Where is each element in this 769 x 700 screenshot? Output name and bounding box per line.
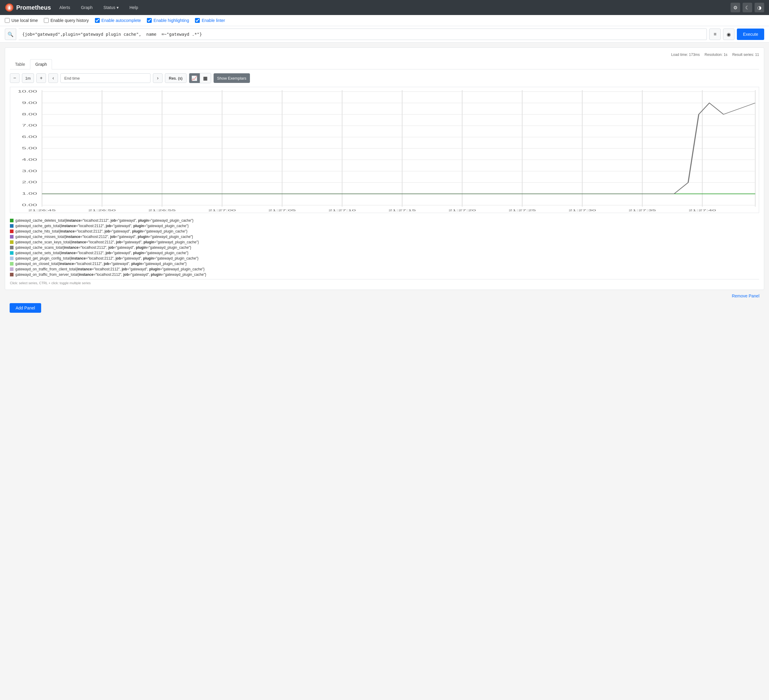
svg-text:21:27:35: 21:27:35 — [628, 209, 656, 212]
legend-color-5 — [10, 246, 13, 249]
prometheus-logo — [5, 3, 14, 12]
range-plus-btn[interactable]: + — [36, 73, 46, 83]
svg-rect-55 — [10, 235, 13, 238]
resolution: Resolution: 1s — [705, 53, 727, 57]
legend-color-0 — [10, 219, 13, 222]
main-content: Load time: 173ms Resolution: 1s Result s… — [0, 43, 769, 322]
svg-rect-56 — [10, 240, 13, 244]
add-panel-btn[interactable]: Add Panel — [10, 303, 41, 313]
format-query-btn[interactable]: ≡ — [709, 29, 721, 40]
execute-button[interactable]: Execute — [737, 29, 764, 40]
svg-text:21:27:05: 21:27:05 — [268, 209, 296, 212]
nav-alerts[interactable]: Alerts — [57, 4, 73, 11]
tab-table[interactable]: Table — [10, 59, 30, 69]
line-chart-btn[interactable]: 📈 — [189, 73, 200, 83]
legend-item-3[interactable]: gatewayd_cache_misses_total{instance="lo… — [10, 234, 759, 240]
time-next-btn[interactable]: › — [153, 73, 162, 83]
resolution-btn[interactable]: Res. (s) — [165, 73, 187, 83]
brand-link[interactable]: Prometheus — [5, 3, 51, 12]
legend-item-1[interactable]: gatewayd_cache_gets_total{instance="loca… — [10, 223, 759, 229]
nav-status-dropdown[interactable]: Status ▾ — [101, 4, 121, 11]
load-time: Load time: 173ms — [671, 53, 700, 57]
svg-text:21:26:50: 21:26:50 — [88, 209, 116, 212]
legend-color-10 — [10, 273, 13, 277]
highlighting-checkbox[interactable] — [147, 18, 152, 23]
query-bar: 🔍 ≡ ◉ Execute — [0, 26, 769, 43]
svg-text:21:27:30: 21:27:30 — [569, 209, 596, 212]
remove-panel-btn[interactable]: Remove Panel — [732, 293, 759, 298]
svg-text:21:26:55: 21:26:55 — [148, 209, 176, 212]
legend-item-6[interactable]: gatewayd_cache_sets_total{instance="loca… — [10, 250, 759, 256]
navbar-right: ⚙ ☾ ◑ — [730, 3, 764, 12]
svg-rect-60 — [10, 262, 13, 266]
show-exemplars-btn[interactable]: Show Exemplars — [214, 73, 250, 83]
svg-text:4.00: 4.00 — [22, 158, 37, 161]
legend-color-2 — [10, 230, 13, 233]
navbar: Prometheus Alerts Graph Status ▾ Help ⚙ … — [0, 0, 769, 15]
svg-text:3.00: 3.00 — [22, 169, 37, 173]
theme-moon-btn[interactable]: ☾ — [743, 3, 752, 12]
legend-item-7[interactable]: gatewayd_get_plugin_config_total{instanc… — [10, 256, 759, 261]
legend-item-0[interactable]: gatewayd_cache_deletes_total{instance="l… — [10, 218, 759, 223]
legend-item-2[interactable]: gatewayd_cache_hits_total{instance="loca… — [10, 229, 759, 234]
svg-rect-59 — [10, 257, 13, 260]
svg-rect-57 — [10, 246, 13, 249]
nav-graph[interactable]: Graph — [79, 4, 95, 11]
tab-graph[interactable]: Graph — [30, 59, 52, 69]
legend-item-8[interactable]: gatewayd_on_closed_total{instance="local… — [10, 261, 759, 267]
svg-text:1.00: 1.00 — [22, 191, 37, 195]
nav-help[interactable]: Help — [127, 4, 141, 11]
query-input[interactable] — [19, 29, 707, 40]
svg-text:21:27:40: 21:27:40 — [689, 209, 716, 212]
tabs: Table Graph — [10, 59, 759, 69]
panel: Load time: 173ms Resolution: 1s Result s… — [5, 47, 764, 290]
svg-text:8.00: 8.00 — [22, 113, 37, 116]
query-history-option[interactable]: Enable query history — [44, 18, 89, 23]
legend-item-5[interactable]: gatewayd_cache_scans_total{instance="loc… — [10, 245, 759, 250]
stacked-chart-btn[interactable]: ▦ — [200, 73, 211, 83]
linter-checkbox[interactable] — [195, 18, 200, 23]
brand-name: Prometheus — [16, 4, 51, 11]
svg-rect-61 — [10, 267, 13, 271]
view-toggle: 📈 ▦ — [189, 73, 211, 83]
chart-svg: 10.00 9.00 8.00 7.00 6.00 5.00 4.00 3.00… — [10, 87, 759, 213]
svg-text:21:27:10: 21:27:10 — [328, 209, 356, 212]
legend-item-9[interactable]: gatewayd_on_traffic_from_client_total{in… — [10, 267, 759, 272]
settings-icon-btn[interactable]: ⚙ — [730, 3, 740, 12]
autocomplete-checkbox[interactable] — [95, 18, 100, 23]
legend-color-1 — [10, 224, 13, 228]
use-local-time-option[interactable]: Use local time — [5, 18, 38, 23]
svg-text:21:27:00: 21:27:00 — [209, 209, 236, 212]
svg-text:7.00: 7.00 — [22, 124, 37, 127]
svg-text:21:27:25: 21:27:25 — [508, 209, 536, 212]
use-local-time-checkbox[interactable] — [5, 18, 10, 23]
svg-text:5.00: 5.00 — [22, 146, 37, 150]
range-display: 1m — [22, 73, 34, 83]
end-time-display: End time — [60, 73, 151, 83]
svg-text:2.00: 2.00 — [22, 180, 37, 184]
legend-color-7 — [10, 257, 13, 260]
legend-color-6 — [10, 251, 13, 255]
time-prev-btn[interactable]: ‹ — [48, 73, 58, 83]
autocomplete-option[interactable]: Enable autocomplete — [95, 18, 141, 23]
query-history-checkbox[interactable] — [44, 18, 49, 23]
query-metrics-btn[interactable]: ◉ — [723, 29, 734, 40]
add-panel-area: Add Panel — [5, 298, 764, 317]
search-icon-btn[interactable]: 🔍 — [5, 29, 16, 40]
svg-rect-58 — [10, 251, 13, 255]
svg-text:21:27:15: 21:27:15 — [388, 209, 416, 212]
highlighting-option[interactable]: Enable highlighting — [147, 18, 189, 23]
svg-text:21:26:45: 21:26:45 — [28, 209, 56, 212]
legend: gatewayd_cache_deletes_total{instance="l… — [10, 218, 759, 285]
legend-item-4[interactable]: gatewayd_cache_scan_keys_total{instance=… — [10, 240, 759, 245]
range-minus-btn[interactable]: − — [10, 73, 19, 83]
legend-item-10[interactable]: gatewayd_on_traffic_from_server_total{in… — [10, 272, 759, 277]
legend-color-8 — [10, 262, 13, 266]
chart-area: 10.00 9.00 8.00 7.00 6.00 5.00 4.00 3.00… — [10, 87, 759, 213]
linter-option[interactable]: Enable linter — [195, 18, 225, 23]
load-info: Load time: 173ms Resolution: 1s Result s… — [10, 53, 759, 57]
svg-rect-53 — [10, 224, 13, 228]
svg-text:9.00: 9.00 — [22, 101, 37, 105]
contrast-btn[interactable]: ◑ — [755, 3, 764, 12]
svg-rect-3 — [9, 6, 10, 8]
